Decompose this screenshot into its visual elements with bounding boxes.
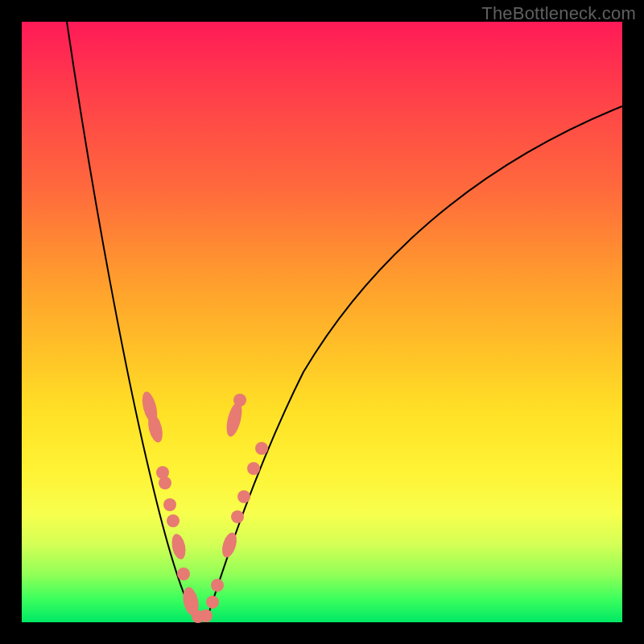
svg-point-11	[206, 596, 219, 609]
chart-frame: TheBottleneck.com	[0, 0, 644, 644]
right-curve	[207, 106, 622, 619]
svg-point-16	[247, 462, 260, 475]
left-curve	[67, 22, 196, 619]
svg-point-13	[220, 530, 240, 559]
svg-point-19	[233, 394, 246, 407]
plot-area	[22, 22, 622, 622]
watermark-text: TheBottleneck.com	[481, 3, 636, 24]
svg-point-5	[167, 514, 180, 527]
svg-point-14	[231, 510, 244, 523]
svg-point-6	[170, 533, 188, 561]
svg-point-3	[159, 477, 171, 489]
svg-point-10	[200, 609, 213, 622]
svg-point-12	[211, 579, 224, 592]
curve-layer	[22, 22, 622, 622]
svg-point-7	[177, 568, 190, 580]
marker-dots	[139, 390, 268, 623]
svg-point-17	[255, 442, 268, 455]
svg-point-4	[163, 498, 176, 511]
svg-point-15	[237, 490, 250, 503]
